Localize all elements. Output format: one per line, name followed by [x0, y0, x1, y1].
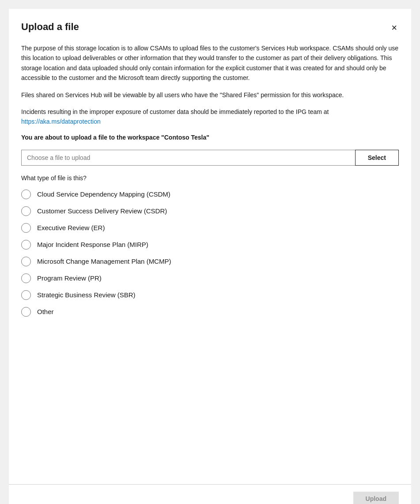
description-paragraph-3: Incidents resulting in the improper expo… [21, 107, 399, 127]
radio-item-er[interactable]: Executive Review (ER) [21, 223, 399, 233]
dialog-footer: Upload [9, 485, 411, 504]
radio-item-mirp[interactable]: Major Incident Response Plan (MIRP) [21, 240, 399, 250]
radio-label-er: Executive Review (ER) [37, 224, 105, 231]
description-paragraph-2: Files shared on Services Hub will be vie… [21, 90, 399, 100]
radio-label-mcmp: Microsoft Change Management Plan (MCMP) [37, 258, 171, 265]
radio-item-pr[interactable]: Program Review (PR) [21, 273, 399, 283]
dialog-title: Upload a file [21, 21, 79, 33]
radio-item-mcmp[interactable]: Microsoft Change Management Plan (MCMP) [21, 257, 399, 266]
description-p3-before: Incidents resulting in the improper expo… [21, 108, 329, 115]
radio-pr[interactable] [21, 273, 31, 283]
radio-sbr[interactable] [21, 290, 31, 300]
radio-mirp[interactable] [21, 240, 31, 250]
description-paragraph-1: The purpose of this storage location is … [21, 43, 399, 83]
upload-button[interactable]: Upload [353, 492, 399, 504]
radio-item-csdr[interactable]: Customer Success Delivery Review (CSDR) [21, 206, 399, 216]
radio-csdm[interactable] [21, 189, 31, 199]
radio-item-other[interactable]: Other [21, 307, 399, 317]
dialog-body: Upload a file × The purpose of this stor… [9, 9, 411, 484]
radio-mcmp[interactable] [21, 257, 31, 266]
file-upload-row: Select [21, 150, 399, 166]
radio-label-other: Other [37, 308, 54, 315]
radio-label-sbr: Strategic Business Review (SBR) [37, 291, 136, 299]
radio-group: Cloud Service Dependency Mapping (CSDM)C… [21, 189, 399, 317]
radio-label-csdm: Cloud Service Dependency Mapping (CSDM) [37, 190, 170, 198]
file-type-label: What type of file is this? [21, 174, 399, 182]
radio-item-sbr[interactable]: Strategic Business Review (SBR) [21, 290, 399, 300]
data-protection-link[interactable]: https://aka.ms/dataprotection [21, 118, 101, 125]
workspace-label: You are about to upload a file to the wo… [21, 134, 399, 141]
radio-csdr[interactable] [21, 206, 31, 216]
upload-dialog: Upload a file × The purpose of this stor… [9, 9, 411, 504]
close-icon: × [391, 23, 397, 33]
radio-item-csdm[interactable]: Cloud Service Dependency Mapping (CSDM) [21, 189, 399, 199]
radio-other[interactable] [21, 307, 31, 317]
radio-er[interactable] [21, 223, 31, 233]
close-button[interactable]: × [390, 21, 399, 34]
radio-label-csdr: Customer Success Delivery Review (CSDR) [37, 207, 167, 215]
radio-label-mirp: Major Incident Response Plan (MIRP) [37, 241, 148, 248]
file-input[interactable] [21, 150, 355, 166]
dialog-header: Upload a file × [21, 21, 399, 34]
select-button[interactable]: Select [355, 150, 399, 166]
radio-label-pr: Program Review (PR) [37, 274, 102, 282]
